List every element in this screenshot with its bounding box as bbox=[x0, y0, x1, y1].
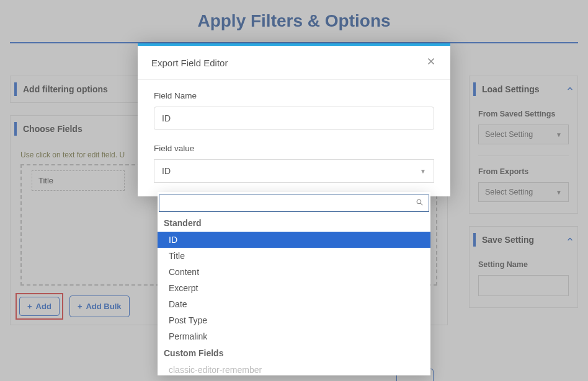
add-button-label: Add bbox=[36, 302, 51, 311]
from-exports-select[interactable]: Select Setting ▼ bbox=[478, 182, 569, 202]
field-value-dropdown: StanderdIDTitleContentExcerptDatePost Ty… bbox=[158, 192, 430, 375]
accent-bar bbox=[473, 233, 476, 247]
dropdown-item[interactable]: classic-editor-remember bbox=[158, 362, 430, 375]
dropdown-item[interactable]: Title bbox=[158, 248, 430, 264]
close-icon[interactable] bbox=[425, 56, 437, 69]
dropdown-group-header: Custom Fields bbox=[158, 344, 430, 362]
accent-bar bbox=[14, 82, 17, 96]
field-value-selected: ID bbox=[162, 166, 171, 176]
add-bulk-button-label: Add Bulk bbox=[86, 302, 121, 311]
plus-icon: + bbox=[78, 302, 82, 311]
dropdown-item[interactable]: Post Type bbox=[158, 312, 430, 328]
from-exports-label: From Exports bbox=[478, 167, 569, 176]
add-button[interactable]: + Add bbox=[19, 297, 60, 316]
modal-title: Export Field Editor bbox=[151, 58, 228, 68]
page-title: Apply Filters & Options bbox=[0, 0, 588, 42]
panel-title: Save Setting bbox=[482, 235, 566, 245]
add-bulk-button[interactable]: + Add Bulk bbox=[69, 296, 130, 317]
panel-load-settings: Load Settings From Saved Settings Select… bbox=[469, 76, 578, 214]
chevron-up-icon bbox=[566, 235, 574, 245]
caret-down-icon: ▼ bbox=[420, 168, 426, 175]
field-name-input[interactable] bbox=[154, 107, 434, 130]
svg-point-0 bbox=[417, 199, 421, 204]
dropdown-search-input[interactable] bbox=[164, 199, 416, 208]
from-saved-label: From Saved Settings bbox=[478, 110, 569, 118]
from-exports-value: Select Setting bbox=[485, 188, 533, 196]
dropdown-item[interactable]: ID bbox=[158, 232, 430, 248]
panel-title: Load Settings bbox=[482, 84, 566, 94]
dropdown-item[interactable]: Excerpt bbox=[158, 280, 430, 296]
field-value-select[interactable]: ID ▼ bbox=[154, 159, 434, 183]
dropdown-list: StanderdIDTitleContentExcerptDatePost Ty… bbox=[158, 214, 430, 375]
search-icon bbox=[416, 198, 424, 208]
dropdown-item[interactable]: Content bbox=[158, 264, 430, 280]
panel-header[interactable]: Save Setting bbox=[470, 227, 577, 253]
field-chip-title[interactable]: Title bbox=[32, 170, 125, 191]
panel-save-setting: Save Setting Setting Name bbox=[469, 226, 578, 308]
accent-bar bbox=[14, 122, 17, 136]
setting-name-label: Setting Name bbox=[478, 260, 569, 269]
from-saved-value: Select Setting bbox=[485, 130, 533, 139]
caret-down-icon: ▼ bbox=[556, 131, 562, 138]
plus-icon: + bbox=[27, 302, 32, 311]
dropdown-item[interactable]: Date bbox=[158, 296, 430, 312]
caret-down-icon: ▼ bbox=[556, 189, 562, 196]
setting-name-input[interactable] bbox=[478, 275, 569, 296]
add-button-highlight: + Add bbox=[18, 296, 61, 317]
from-saved-select[interactable]: Select Setting ▼ bbox=[478, 125, 569, 144]
chevron-up-icon bbox=[566, 84, 574, 94]
export-field-editor-modal: Export Field Editor Field Name Field val… bbox=[138, 43, 450, 196]
panel-header[interactable]: Load Settings bbox=[470, 76, 577, 102]
field-value-label: Field value bbox=[154, 144, 434, 153]
dropdown-group-header: Standerd bbox=[158, 214, 430, 232]
accent-bar bbox=[473, 82, 476, 96]
divider bbox=[478, 155, 569, 156]
dropdown-search[interactable] bbox=[159, 195, 429, 212]
field-name-label: Field Name bbox=[154, 91, 434, 100]
dropdown-item[interactable]: Permalink bbox=[158, 328, 430, 344]
